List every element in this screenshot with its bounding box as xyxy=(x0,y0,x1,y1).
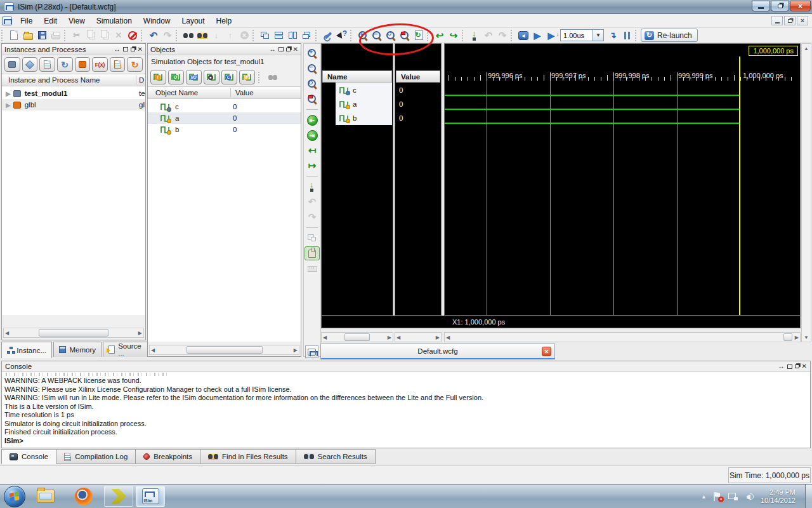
scroll-right-arrow[interactable]: ▶ xyxy=(138,330,142,336)
undo-button[interactable]: ↶ xyxy=(147,29,160,42)
tab-find-in-files-results[interactable]: Find in Files Results xyxy=(200,449,296,464)
open-file-button[interactable] xyxy=(21,29,35,42)
layered-windows-button[interactable] xyxy=(300,29,314,42)
close-button[interactable]: × xyxy=(790,1,811,11)
tab-source[interactable]: Source ... xyxy=(103,342,152,357)
run-for-time-button[interactable]: ▶ xyxy=(544,29,558,42)
filter-inouts-button[interactable]: I/O xyxy=(186,70,202,84)
show-source-button[interactable] xyxy=(110,57,126,72)
panel-maximize-icon[interactable] xyxy=(123,47,128,51)
signal-trace-a[interactable] xyxy=(445,109,739,110)
action-center-flag-icon[interactable] xyxy=(714,492,721,501)
wave-zoom-in-button[interactable]: + xyxy=(304,46,320,60)
expand-arrow-icon[interactable]: ▶ xyxy=(6,90,11,97)
filter-inputs-button[interactable]: I xyxy=(150,70,166,84)
scroll-left-arrow[interactable]: ◀ xyxy=(323,335,327,340)
cursor-time-label[interactable]: 1,000,000 ps xyxy=(749,46,798,56)
context-help-button[interactable] xyxy=(335,29,349,42)
preferences-button[interactable] xyxy=(321,29,335,42)
paste-button[interactable] xyxy=(98,29,112,42)
taskbar-explorer-button[interactable] xyxy=(33,486,58,507)
object-row-b[interactable]: b 0 xyxy=(148,124,301,135)
wave-row-a[interactable]: a xyxy=(337,97,391,111)
run-all-button[interactable]: ▶ xyxy=(530,29,544,42)
tab-close-button[interactable]: ✕ xyxy=(542,347,551,356)
panel-maximize-icon[interactable] xyxy=(278,47,284,51)
network-icon[interactable] xyxy=(728,493,738,500)
previous-marker-button[interactable]: ↶ xyxy=(481,29,495,42)
previous-transition-button[interactable]: ↤ xyxy=(304,144,320,157)
wave-zoom-full-button[interactable] xyxy=(304,77,320,91)
step-button[interactable]: ↴ xyxy=(606,29,620,42)
filter-constants-button[interactable]: C xyxy=(221,70,237,84)
print-button[interactable] xyxy=(49,29,63,42)
search-objects-button[interactable] xyxy=(266,71,280,84)
delete-button[interactable]: ✕ xyxy=(112,29,126,42)
scroll-right-arrow[interactable]: ▶ xyxy=(436,335,440,340)
tab-instances[interactable]: Instanc... xyxy=(1,342,52,358)
break-button[interactable] xyxy=(620,29,634,42)
panel-detach-icon[interactable]: ↔ xyxy=(114,46,121,53)
find-button[interactable] xyxy=(181,29,195,42)
instances-hscrollbar[interactable]: ◀ ▶ xyxy=(3,328,144,338)
relaunch-button[interactable]: ↻ Re-launch xyxy=(641,29,698,42)
wave-value-header[interactable]: Value xyxy=(396,70,440,83)
object-row-a[interactable]: a 0 xyxy=(148,112,301,124)
scroll-thumb[interactable] xyxy=(39,329,108,337)
wave-row-c[interactable]: c xyxy=(337,83,391,97)
panel-close-icon[interactable]: ✕ xyxy=(293,46,298,53)
goto-next-button[interactable]: ↪ xyxy=(447,29,461,42)
show-functions-button[interactable]: F(x) xyxy=(92,57,108,72)
tab-compilation-log[interactable]: Compilation Log xyxy=(56,449,136,464)
scroll-left-arrow[interactable]: ◀ xyxy=(5,330,9,336)
time-dropdown-button[interactable]: ▼ xyxy=(593,29,604,41)
taskbar-firefox-button[interactable] xyxy=(71,486,96,507)
previous-marker-button[interactable]: ↶ xyxy=(304,195,320,209)
panel-maximize-icon[interactable] xyxy=(787,364,792,369)
panel-close-icon[interactable]: ✕ xyxy=(802,363,807,370)
time-cursor-line[interactable] xyxy=(739,57,740,316)
restore-button[interactable] xyxy=(771,1,789,11)
wave-zoom-out-button[interactable]: − xyxy=(304,62,320,76)
next-transition-button[interactable]: ↦ xyxy=(304,159,320,173)
save-button[interactable] xyxy=(35,29,49,42)
scroll-left-arrow[interactable]: ◀ xyxy=(151,347,155,353)
panel-close-icon[interactable]: ✕ xyxy=(138,46,143,53)
filter-internal-button[interactable]: ● xyxy=(204,70,219,84)
restart-button[interactable]: ◂ xyxy=(516,29,530,42)
reload-button[interactable] xyxy=(412,29,426,42)
volume-icon[interactable] xyxy=(745,493,754,500)
zoom-in-button[interactable]: + xyxy=(356,29,370,42)
waveform-vscrollbar[interactable]: ▲ ▼ xyxy=(801,43,811,342)
scroll-thumb[interactable] xyxy=(344,333,370,341)
start-button[interactable] xyxy=(4,486,25,507)
signal-trace-c[interactable] xyxy=(445,95,739,96)
signal-trace-b[interactable] xyxy=(445,123,739,124)
cut-button[interactable]: ✂ xyxy=(70,29,84,42)
goto-time-zero-button[interactable]: ⇤ xyxy=(304,113,320,127)
scroll-right-arrow[interactable]: ▶ xyxy=(294,347,298,353)
panel-detach-icon[interactable]: ↔ xyxy=(778,363,785,370)
zoom-to-cursor-button[interactable] xyxy=(398,29,412,42)
panel-float-icon[interactable] xyxy=(131,48,135,51)
menu-file[interactable]: File xyxy=(15,15,38,27)
next-marker-button[interactable]: ↷ xyxy=(304,210,320,224)
console-prompt[interactable]: ISim> xyxy=(4,437,808,446)
show-desktop-button[interactable] xyxy=(805,485,812,508)
show-processes-button[interactable] xyxy=(39,57,55,72)
scroll-up-arrow[interactable]: ▲ xyxy=(802,44,811,53)
wave-tab-icon-button[interactable] xyxy=(305,345,318,358)
copy-button[interactable] xyxy=(84,29,98,42)
menu-window[interactable]: Window xyxy=(138,15,176,27)
new-file-button[interactable] xyxy=(7,29,21,42)
panel-detach-icon[interactable]: ↔ xyxy=(270,46,276,53)
title-bar[interactable]: ISim (P.28xd) - [Default.wcfg] × xyxy=(0,0,812,14)
tile-horizontal-button[interactable] xyxy=(272,29,286,42)
reload-instances-button[interactable]: ↻ xyxy=(127,57,143,72)
swap-cursor-button[interactable] xyxy=(304,231,320,245)
mdi-minimize-button[interactable] xyxy=(771,16,783,25)
scroll-thumb[interactable] xyxy=(783,333,792,341)
menu-simulation[interactable]: Simulation xyxy=(91,15,138,27)
mdi-close-button[interactable]: × xyxy=(797,16,808,25)
goto-previous-button[interactable]: ↩ xyxy=(433,29,447,42)
